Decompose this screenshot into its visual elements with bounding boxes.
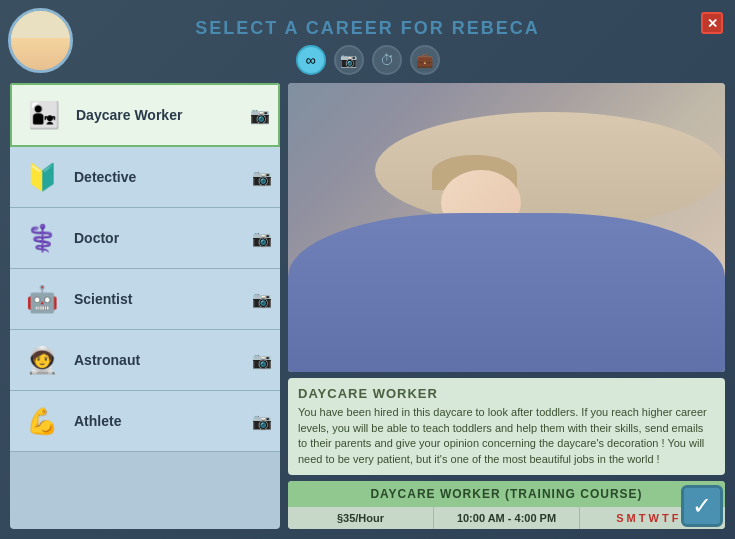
confirm-button[interactable]: ✓ <box>681 485 723 527</box>
career-name-scientist: Scientist <box>74 291 252 307</box>
career-icon-daycare: 👨‍👧 <box>20 91 68 139</box>
career-photo-icon-athlete: 📷 <box>252 412 272 431</box>
career-image <box>288 83 725 372</box>
career-item-athlete[interactable]: 💪 Athlete 📷 <box>10 391 280 452</box>
page-title: Select a Career for Rebeca <box>195 18 540 38</box>
career-name-doctor: Doctor <box>74 230 252 246</box>
day-space1: M T W T F <box>627 512 682 524</box>
career-icon-doctor: ⚕️ <box>18 214 66 262</box>
career-icon-detective: 🔰 <box>18 153 66 201</box>
career-list: 👨‍👧 Daycare Worker 📷 🔰 Detective 📷 ⚕️ Do… <box>10 83 280 529</box>
career-item-scientist[interactable]: 🤖 Scientist 📷 <box>10 269 280 330</box>
description-area: Daycare Worker You have been hired in th… <box>288 378 725 475</box>
filter-bag[interactable]: 💼 <box>410 45 440 75</box>
day-s1: S <box>616 512 623 524</box>
career-icon-astronaut: 🧑‍🚀 <box>18 336 66 384</box>
career-photo-icon: 📷 <box>250 106 270 125</box>
career-item-daycare-worker[interactable]: 👨‍👧 Daycare Worker 📷 <box>10 83 280 147</box>
filter-all[interactable]: ∞ <box>296 45 326 75</box>
filter-clock[interactable]: ⏱ <box>372 45 402 75</box>
career-name-daycare: Daycare Worker <box>76 107 250 123</box>
close-button[interactable]: ✕ <box>701 12 723 34</box>
career-photo-icon-scientist: 📷 <box>252 290 272 309</box>
filter-row: ∞ 📷 ⏱ 💼 <box>10 45 725 75</box>
career-icon-scientist: 🤖 <box>18 275 66 323</box>
selected-career-title: Daycare Worker <box>298 386 715 401</box>
bottom-bar: Daycare Worker (Training Course) §35/Hou… <box>288 481 725 529</box>
baby-sleeping-image <box>288 83 725 372</box>
main-container: ✕ Select a Career for Rebeca ∞ 📷 ⏱ 💼 👨‍👧… <box>0 0 735 539</box>
career-name-astronaut: Astronaut <box>74 352 252 368</box>
stat-hours: 10:00 AM - 4:00 PM <box>434 507 580 529</box>
career-item-astronaut[interactable]: 🧑‍🚀 Astronaut 📷 <box>10 330 280 391</box>
avatar <box>8 8 73 73</box>
filter-camera[interactable]: 📷 <box>334 45 364 75</box>
career-photo-icon-doctor: 📷 <box>252 229 272 248</box>
career-item-detective[interactable]: 🔰 Detective 📷 <box>10 147 280 208</box>
career-name-detective: Detective <box>74 169 252 185</box>
content-area: 👨‍👧 Daycare Worker 📷 🔰 Detective 📷 ⚕️ Do… <box>10 83 725 529</box>
title-area: Select a Career for Rebeca <box>10 10 725 45</box>
stat-wage: §35/Hour <box>288 507 434 529</box>
career-level-button[interactable]: Daycare Worker (Training Course) <box>288 481 725 507</box>
career-icon-athlete: 💪 <box>18 397 66 445</box>
career-item-doctor[interactable]: ⚕️ Doctor 📷 <box>10 208 280 269</box>
career-name-athlete: Athlete <box>74 413 252 429</box>
career-photo-icon-astronaut: 📷 <box>252 351 272 370</box>
right-panel: Daycare Worker You have been hired in th… <box>288 83 725 529</box>
selected-career-description: You have been hired in this daycare to l… <box>298 405 715 467</box>
career-stats: §35/Hour 10:00 AM - 4:00 PM S M T W T F … <box>288 507 725 529</box>
career-photo-icon-detective: 📷 <box>252 168 272 187</box>
